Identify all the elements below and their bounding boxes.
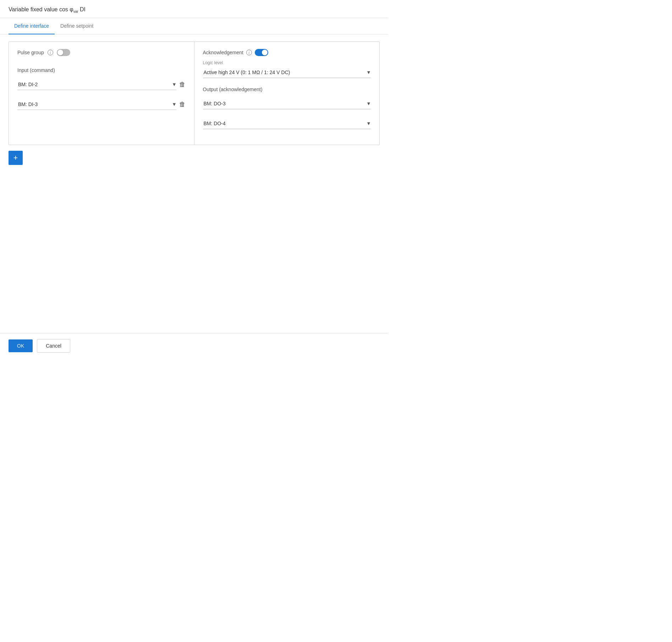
input-select-1[interactable]: BM: DI-2 ▾ [17,79,176,90]
ack-label: Acknowledgement [203,50,243,55]
input-row-1: BM: DI-2 ▾ 🗑 [17,79,186,90]
pulse-group-thumb [57,50,63,55]
input-delete-2-icon[interactable]: 🗑 [179,101,186,108]
output-select-2-chevron: ▾ [367,120,370,127]
ok-button[interactable]: OK [9,339,33,352]
ack-thumb [262,50,268,55]
pulse-group-toggle[interactable] [57,49,70,56]
output-ack-label: Output (acknowledgement) [203,87,371,92]
logic-level-label: Logic level [203,60,371,65]
input-select-2-chevron: ▾ [173,101,176,107]
tab-define-interface[interactable]: Define interface [9,18,55,34]
ack-row: Acknowledgement i [203,49,371,56]
add-button[interactable]: + [9,151,23,165]
ack-track [255,49,268,56]
input-row-2: BM: DI-3 ▾ 🗑 [17,99,186,110]
ack-info-icon[interactable]: i [246,50,252,55]
panels-row: Pulse group i Input (command) BM: DI-2 [9,41,380,145]
output-select-1-value: BM: DO-3 [204,101,226,106]
panel-right: Acknowledgement i Logic level Active hig… [194,42,380,145]
output-select-1[interactable]: BM: DO-3 ▾ [203,98,371,109]
pulse-group-label: Pulse group [17,50,44,55]
tabs-bar: Define interface Define setpoint [0,18,388,34]
input-select-1-value: BM: DI-2 [18,82,38,87]
input-select-2-value: BM: DI-3 [18,101,38,107]
output-row-2: BM: DO-4 ▾ [203,118,371,129]
ack-toggle[interactable] [255,49,268,56]
output-row-1: BM: DO-3 ▾ [203,98,371,109]
panel-left: Pulse group i Input (command) BM: DI-2 [9,42,194,145]
logic-level-select-row: Active high 24 V (0: 1 MΩ / 1: 24 V DC) … [203,67,371,78]
logic-level-value: Active high 24 V (0: 1 MΩ / 1: 24 V DC) [204,70,290,75]
input-command-label: Input (command) [17,67,186,73]
dialog-footer: OK Cancel [0,333,388,358]
dialog: Variable fixed value cos φvar DI Define … [0,0,388,358]
pulse-group-info-icon[interactable]: i [48,50,53,55]
tab-define-setpoint[interactable]: Define setpoint [55,18,99,34]
dialog-content: Pulse group i Input (command) BM: DI-2 [0,34,388,333]
output-select-1-chevron: ▾ [367,100,370,107]
cancel-button[interactable]: Cancel [37,339,70,353]
input-select-1-chevron: ▾ [173,81,176,88]
input-delete-1-icon[interactable]: 🗑 [179,81,186,88]
output-select-2-value: BM: DO-4 [204,121,226,126]
pulse-group-row: Pulse group i [17,49,186,56]
output-select-2[interactable]: BM: DO-4 ▾ [203,118,371,129]
logic-level-chevron: ▾ [367,69,370,76]
pulse-group-track [57,49,70,56]
logic-level-select[interactable]: Active high 24 V (0: 1 MΩ / 1: 24 V DC) … [203,67,371,78]
input-select-2[interactable]: BM: DI-3 ▾ [17,99,176,110]
dialog-title: Variable fixed value cos φvar DI [0,0,388,18]
